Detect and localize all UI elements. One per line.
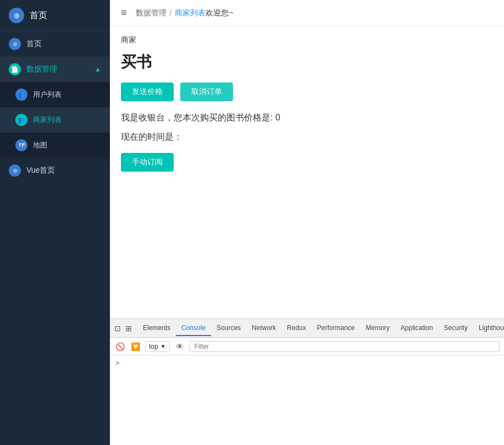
- page-subtitle: 商家: [121, 35, 493, 45]
- tab-memory[interactable]: Memory: [361, 321, 395, 336]
- send-price-button[interactable]: 发送价格: [121, 83, 174, 101]
- console-filter-input[interactable]: [190, 341, 500, 352]
- vue-home-icon: ⊕: [9, 164, 21, 177]
- tab-network[interactable]: Network: [246, 321, 281, 336]
- merchant-list-icon: 👥: [15, 114, 27, 126]
- sidebar-item-user-list[interactable]: 👥 用户列表: [0, 82, 110, 107]
- console-arrow-icon: >: [115, 359, 120, 367]
- breadcrumb-suffix: 欢迎您~: [206, 8, 233, 18]
- tab-redux[interactable]: Redux: [281, 321, 312, 336]
- home-icon: ⊕: [9, 8, 24, 23]
- devtools-responsive-icon[interactable]: ⊞: [125, 324, 132, 333]
- sidebar-item-merchant-list[interactable]: 👥 商家列表: [0, 107, 110, 133]
- sidebar-item-vue-home-label: Vue首页: [26, 166, 55, 175]
- devtools-toolbar: 🚫 🔽 top ▼ 👁: [110, 338, 504, 355]
- devtools-console: >: [110, 355, 504, 445]
- chevron-up-icon: ▲: [95, 65, 101, 73]
- sidebar-header-label: 首页: [30, 10, 47, 21]
- breadcrumb: 数据管理 / 商家列表 欢迎您~: [136, 8, 234, 18]
- breadcrumb-current: 商家列表: [175, 8, 206, 18]
- action-buttons-row: 发送价格 取消订单: [121, 83, 493, 101]
- user-list-icon: 👥: [15, 89, 27, 101]
- sidebar-item-home[interactable]: ⊕ 首页: [0, 31, 110, 57]
- manual-order-button[interactable]: 手动订阅: [121, 153, 174, 172]
- console-prompt-line[interactable]: >: [115, 359, 499, 367]
- sidebar-item-user-list-label: 用户列表: [33, 90, 62, 100]
- context-selector[interactable]: top ▼: [145, 341, 170, 352]
- sidebar-header[interactable]: ⊕ 首页: [0, 0, 110, 31]
- cashier-info-text: 我是收银台，您本次购买的图书价格是: 0: [121, 112, 493, 124]
- sidebar-item-merchant-list-label: 商家列表: [33, 115, 62, 125]
- sidebar-item-map[interactable]: 🗺 地图: [0, 133, 110, 158]
- home-nav-icon: ⊕: [9, 38, 21, 50]
- devtools-cursor-icon[interactable]: ⊡: [114, 324, 121, 333]
- main-content: ≡ 数据管理 / 商家列表 欢迎您~ 商家 买书 发送价格 取消订单 我是收银台…: [110, 0, 504, 445]
- sidebar-item-map-label: 地图: [33, 140, 47, 150]
- breadcrumb-separator: /: [170, 9, 172, 18]
- tab-lighthouse[interactable]: Lighthouse: [473, 321, 504, 336]
- tab-elements[interactable]: Elements: [137, 321, 176, 336]
- breadcrumb-root: 数据管理: [136, 8, 167, 18]
- sidebar: ⊕ 首页 ⊕ 首页 📄 数据管理 ▲ 👥 用户列表 👥 商家列表 🗺: [0, 0, 110, 445]
- time-info-text: 现在的时间是：: [121, 131, 493, 143]
- sidebar-item-data-mgmt-label: 数据管理: [26, 64, 57, 74]
- tab-console[interactable]: Console: [176, 321, 211, 336]
- sidebar-item-home-label: 首页: [26, 39, 42, 49]
- devtools-panel: ⊡ ⊞ Elements Console Sources Network Red…: [110, 318, 504, 445]
- devtools-tabs: ⊡ ⊞ Elements Console Sources Network Red…: [110, 319, 504, 338]
- cancel-order-button[interactable]: 取消订单: [180, 83, 233, 101]
- tab-sources[interactable]: Sources: [211, 321, 246, 336]
- content-body: 商家 买书 发送价格 取消订单 我是收银台，您本次购买的图书价格是: 0 现在的…: [110, 26, 504, 318]
- context-selector-label: top: [149, 343, 158, 350]
- sidebar-submenu-data-mgmt: 👥 用户列表 👥 商家列表 🗺 地图: [0, 82, 110, 158]
- context-selector-arrow: ▼: [160, 343, 166, 349]
- page-title: 买书: [121, 52, 493, 73]
- tab-application[interactable]: Application: [395, 321, 439, 336]
- map-icon: 🗺: [15, 139, 27, 151]
- manual-order-row: 手动订阅: [121, 153, 493, 172]
- sidebar-item-data-mgmt[interactable]: 📄 数据管理 ▲: [0, 57, 110, 82]
- eye-icon[interactable]: 👁: [174, 341, 185, 352]
- filter-toggle-icon[interactable]: 🔽: [130, 341, 141, 352]
- clear-console-icon[interactable]: 🚫: [114, 341, 125, 352]
- tab-security[interactable]: Security: [439, 321, 473, 336]
- sidebar-item-vue-home[interactable]: ⊕ Vue首页: [0, 158, 110, 183]
- topbar: ≡ 数据管理 / 商家列表 欢迎您~: [110, 0, 504, 26]
- data-mgmt-icon: 📄: [9, 63, 21, 75]
- tab-performance[interactable]: Performance: [312, 321, 361, 336]
- menu-toggle-icon[interactable]: ≡: [121, 7, 127, 19]
